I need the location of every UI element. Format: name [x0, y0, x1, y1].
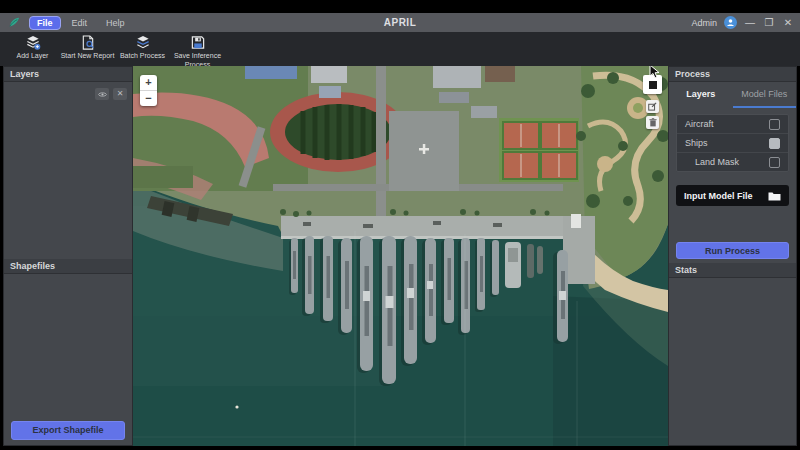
add-layer-button[interactable]: Add Layer	[5, 32, 60, 60]
shapefiles-panel-header: Shapefiles	[4, 259, 132, 274]
add-layer-icon	[25, 35, 41, 50]
process-tabs: Layers Model Files	[669, 82, 796, 108]
satellite-map-view[interactable]: + −	[133, 66, 668, 446]
land-mask-checkbox[interactable]	[769, 157, 780, 168]
save-icon	[190, 35, 206, 50]
trash-icon	[649, 118, 657, 127]
app-logo-icon	[8, 16, 21, 29]
tab-layers[interactable]: Layers	[669, 82, 733, 108]
input-model-file-button[interactable]: Input Model File	[676, 185, 789, 206]
close-button[interactable]: ✕	[782, 17, 794, 29]
satellite-imagery	[133, 66, 668, 446]
layers-panel-header: Layers	[4, 67, 132, 82]
zoom-in-button[interactable]: +	[140, 75, 157, 91]
folder-icon	[768, 191, 781, 201]
toggle-label: Aircraft	[685, 119, 714, 129]
stats-panel-header: Stats	[669, 263, 796, 278]
top-black-strip	[0, 0, 800, 13]
new-report-icon	[80, 35, 96, 50]
map-zoom-control: + −	[140, 75, 157, 106]
input-model-file-label: Input Model File	[684, 191, 753, 201]
run-process-button[interactable]: Run Process	[676, 242, 789, 259]
toggle-row-ships[interactable]: Ships	[677, 134, 788, 153]
delete-shape-button[interactable]	[646, 116, 659, 129]
rectangle-icon	[649, 81, 657, 89]
toggle-row-land-mask[interactable]: Land Mask	[677, 153, 788, 171]
layer-remove-button[interactable]: ✕	[113, 88, 127, 100]
eye-icon	[98, 91, 107, 98]
user-name-label: Admin	[691, 18, 717, 28]
left-sidebar: Layers ✕ Shapefiles Export Shapefile	[3, 66, 133, 446]
right-sidebar: Process Layers Model Files Aircraft Ship…	[668, 66, 797, 446]
zoom-out-button[interactable]: −	[140, 91, 157, 106]
layer-visibility-button[interactable]	[95, 88, 109, 100]
save-inference-process-button[interactable]: Save Inference Process	[170, 32, 225, 69]
main-toolbar: Add Layer Start New Report Batch Process	[0, 32, 800, 66]
bottom-black-strip	[0, 446, 800, 450]
tab-model-files[interactable]: Model Files	[733, 82, 797, 108]
menu-help[interactable]: Help	[98, 16, 133, 30]
export-shapefile-button[interactable]: Export Shapefile	[11, 421, 125, 440]
app-title: APRIL	[384, 17, 417, 28]
person-icon	[726, 18, 735, 27]
menu-file[interactable]: File	[29, 16, 61, 30]
mouse-cursor	[648, 66, 660, 80]
process-panel-header: Process	[669, 67, 796, 82]
toggle-label: Ships	[685, 138, 708, 148]
edit-icon	[648, 102, 657, 111]
close-icon: ✕	[117, 88, 124, 100]
user-avatar[interactable]	[724, 16, 737, 29]
toggle-label: Land Mask	[685, 157, 739, 167]
menu-bar: File Edit Help	[29, 16, 133, 30]
title-bar: File Edit Help APRIL Admin — ❐ ✕	[0, 13, 800, 32]
batch-process-button[interactable]: Batch Process	[115, 32, 170, 60]
batch-process-icon	[135, 35, 151, 50]
app-window: File Edit Help APRIL Admin — ❐ ✕	[0, 0, 800, 450]
edit-shape-button[interactable]	[646, 100, 659, 113]
menu-edit[interactable]: Edit	[64, 16, 96, 30]
toggle-row-aircraft[interactable]: Aircraft	[677, 115, 788, 134]
tool-label: Add Layer	[17, 51, 49, 60]
layer-toggle-list: Aircraft Ships Land Mask	[676, 114, 789, 172]
start-new-report-button[interactable]: Start New Report	[60, 32, 115, 60]
aircraft-checkbox[interactable]	[769, 119, 780, 130]
maximize-button[interactable]: ❐	[763, 17, 775, 29]
tab-indicator	[733, 106, 797, 108]
tool-label: Start New Report	[61, 51, 115, 60]
ships-checkbox[interactable]	[769, 138, 780, 149]
minimize-button[interactable]: —	[744, 17, 756, 29]
tool-label: Batch Process	[120, 51, 165, 60]
